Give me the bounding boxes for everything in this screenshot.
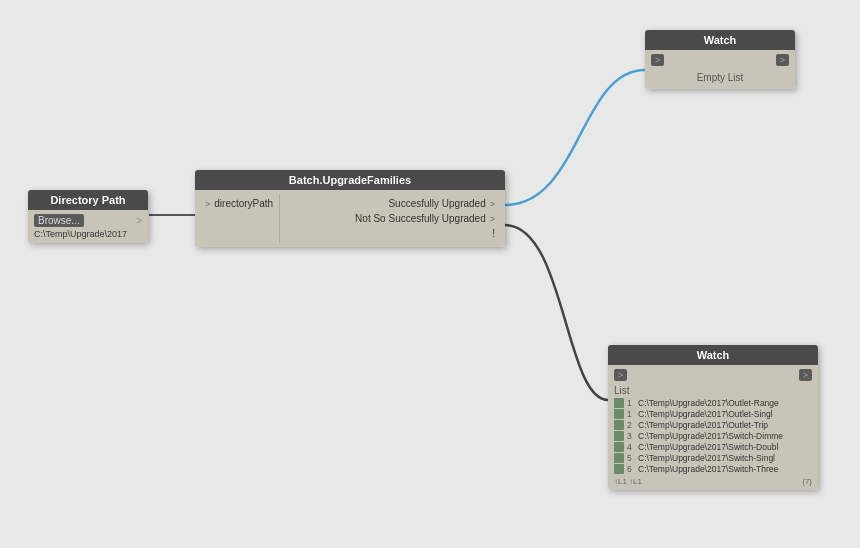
watch-item-index: 2 (627, 420, 635, 430)
watch-item-icon (614, 409, 624, 419)
batch-output-fail: Not So Succesfully Upgraded > (286, 213, 495, 224)
input-port-arrow: > (205, 199, 210, 209)
watch-list-item: 2 C:\Temp\Upgrade\2017\Outlet-Trip (614, 420, 812, 430)
watch-list-item: 1 C:\Temp\Upgrade\2017\Outlet-Range (614, 398, 812, 408)
watch-bottom-ports: > > (614, 369, 812, 381)
watch-item-text: C:\Temp\Upgrade\2017\Switch-Dimme (638, 431, 783, 441)
watch-item-index: 1 (627, 398, 635, 408)
watch-list-items: 1 C:\Temp\Upgrade\2017\Outlet-Range 1 C:… (614, 398, 812, 474)
dir-path-value: C:\Temp\Upgrade\2017 (34, 229, 142, 239)
watch-bottom-header: Watch (608, 345, 818, 365)
watch-item-text: C:\Temp\Upgrade\2017\Outlet-Singl (638, 409, 773, 419)
watch-item-text: C:\Temp\Upgrade\2017\Outlet-Range (638, 398, 779, 408)
watch-list-item: 3 C:\Temp\Upgrade\2017\Switch-Dimme (614, 431, 812, 441)
watch-top-port-left[interactable]: > (651, 54, 664, 66)
watch-item-index: 4 (627, 442, 635, 452)
watch-top-port-right[interactable]: > (776, 54, 789, 66)
watch-bottom-port-right[interactable]: > (799, 369, 812, 381)
watch-item-text: C:\Temp\Upgrade\2017\Switch-Three (638, 464, 778, 474)
watch-top-body: > > Empty List (645, 50, 795, 89)
watch-bottom-port-left[interactable]: > (614, 369, 627, 381)
watch-item-index: 6 (627, 464, 635, 474)
watch-item-index: 1 (627, 409, 635, 419)
watch-item-icon (614, 431, 624, 441)
dir-output-arrow: > (136, 215, 142, 226)
watch-list-item: 4 C:\Temp\Upgrade\2017\Switch-Doubl (614, 442, 812, 452)
watch-list-item: 1 C:\Temp\Upgrade\2017\Outlet-Singl (614, 409, 812, 419)
watch-bottom-body: > > List 1 C:\Temp\Upgrade\2017\Outlet-R… (608, 365, 818, 490)
watch-item-index: 3 (627, 431, 635, 441)
batch-node-header: Batch.UpgradeFamilies (195, 170, 505, 190)
browse-button[interactable]: Browse... (34, 214, 84, 227)
watch-top-header: Watch (645, 30, 795, 50)
dir-node-body: Browse... > C:\Temp\Upgrade\2017 (28, 210, 148, 243)
batch-inputs-section: > directoryPath (201, 194, 279, 243)
watch-item-icon (614, 442, 624, 452)
watch-item-text: C:\Temp\Upgrade\2017\Switch-Singl (638, 453, 775, 463)
output-fail-label: Not So Succesfully Upgraded (355, 213, 486, 224)
watch-footer: ↑L1 ↑L1 {7} (614, 477, 812, 486)
output-port-arrow-2: > (490, 214, 495, 224)
batch-output-success: Succesfully Upgraded > (286, 198, 495, 209)
watch-item-icon (614, 453, 624, 463)
batch-output-error: ! (286, 228, 495, 239)
batch-node-body: > directoryPath Succesfully Upgraded > N… (195, 190, 505, 247)
batch-outputs-section: Succesfully Upgraded > Not So Succesfull… (279, 194, 499, 243)
watch-list-item: 6 C:\Temp\Upgrade\2017\Switch-Three (614, 464, 812, 474)
watch-node-bottom: Watch > > List 1 C:\Temp\Upgrade\2017\Ou… (608, 345, 818, 490)
dir-node-header: Directory Path (28, 190, 148, 210)
watch-list-item: 5 C:\Temp\Upgrade\2017\Switch-Singl (614, 453, 812, 463)
watch-footer-left: ↑L1 ↑L1 (614, 477, 642, 486)
watch-item-icon (614, 398, 624, 408)
watch-top-empty-label: Empty List (651, 70, 789, 85)
batch-upgrade-node: Batch.UpgradeFamilies > directoryPath Su… (195, 170, 505, 247)
watch-list-label: List (614, 385, 812, 396)
input-label: directoryPath (214, 198, 273, 209)
watch-top-ports: > > (651, 54, 789, 66)
watch-item-index: 5 (627, 453, 635, 463)
watch-item-text: C:\Temp\Upgrade\2017\Switch-Doubl (638, 442, 778, 452)
watch-item-icon (614, 420, 624, 430)
batch-input-directorypath: > directoryPath (205, 198, 273, 209)
watch-footer-right: {7} (802, 477, 812, 486)
watch-item-text: C:\Temp\Upgrade\2017\Outlet-Trip (638, 420, 768, 430)
output-error-label: ! (492, 228, 495, 239)
output-success-label: Succesfully Upgraded (388, 198, 485, 209)
directory-path-node: Directory Path Browse... > C:\Temp\Upgra… (28, 190, 148, 243)
watch-node-top: Watch > > Empty List (645, 30, 795, 89)
output-port-arrow-1: > (490, 199, 495, 209)
watch-item-icon (614, 464, 624, 474)
